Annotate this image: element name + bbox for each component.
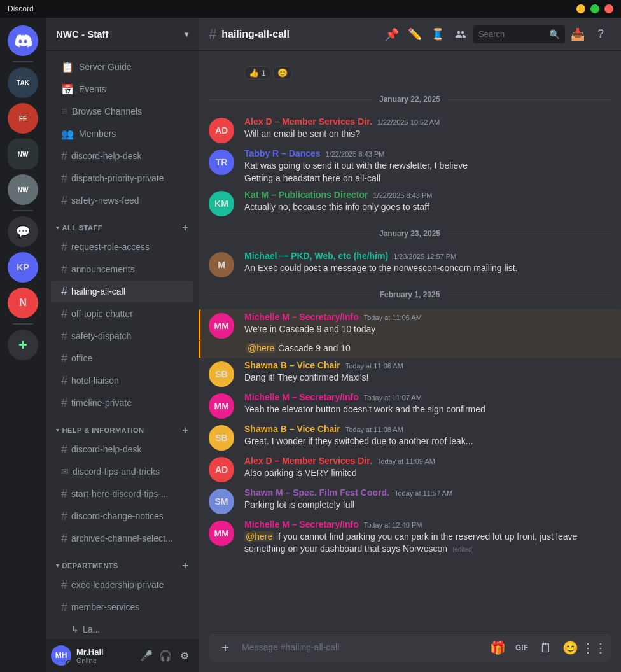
close-button[interactable]: ×: [604, 4, 613, 13]
avatar[interactable]: SM: [209, 489, 234, 514]
minimize-button[interactable]: −: [576, 4, 585, 13]
channel-archived[interactable]: # archived-channel-select...: [51, 528, 193, 549]
add-channel-help-button[interactable]: +: [182, 424, 188, 436]
edit-button[interactable]: ✏️: [405, 24, 425, 45]
user-avatar[interactable]: MH: [51, 645, 71, 666]
channel-discord-tips[interactable]: ✉ discord-tips-and-tricks: [51, 461, 193, 482]
message-author[interactable]: Michael — PKD, Web, etc (he/him): [244, 251, 388, 261]
server-icon-pending[interactable]: 💬: [8, 216, 38, 247]
add-channel-button[interactable]: +: [182, 222, 188, 234]
channel-office[interactable]: # office: [51, 347, 193, 369]
channel-off-topic[interactable]: # off-topic-chatter: [51, 303, 193, 325]
channel-discord-changes[interactable]: # discord-change-notices: [51, 505, 193, 527]
category-departments[interactable]: ▾ DEPARTMENTS +: [51, 550, 193, 574]
gif-button[interactable]: GIF: [510, 636, 533, 659]
message-area[interactable]: 👍 1 😊 January 22, 2025 AD: [199, 51, 621, 634]
envelope-icon: ✉: [61, 466, 69, 477]
channel-server-guide[interactable]: 📋 Server Guide: [51, 56, 193, 78]
message-author[interactable]: Shawn M – Spec. Film Fest Coord.: [244, 487, 389, 498]
channel-safety-news[interactable]: # safety-news-feed: [51, 190, 193, 211]
reaction-bar: 👍 1 😊: [244, 66, 611, 80]
channel-announcements[interactable]: # announcements: [51, 258, 193, 280]
message-author[interactable]: Kat M – Publications Director: [244, 190, 368, 200]
apps-button[interactable]: ⋮⋮: [583, 636, 606, 659]
settings-button[interactable]: ⚙: [176, 647, 193, 664]
category-chevron-icon: ▾: [56, 225, 60, 231]
thumbsup-reaction[interactable]: 👍 1: [244, 66, 270, 80]
channel-discord-help[interactable]: # discord-help-desk: [51, 438, 193, 460]
headset-button[interactable]: 🎧: [157, 647, 174, 664]
emoji-button[interactable]: 😊: [559, 636, 582, 659]
channel-name: La...: [83, 624, 188, 634]
message-header: Tabby R – Dances 1/22/2025 8:43 PM: [244, 148, 611, 158]
avatar[interactable]: M: [209, 252, 234, 277]
channel-exec-leadership[interactable]: # exec-leadership-private: [51, 574, 193, 596]
events-icon: 📅: [61, 83, 74, 95]
channel-members[interactable]: 👥 Members: [51, 123, 193, 144]
message-input[interactable]: [239, 635, 484, 661]
message-group-shawna-2: SB Shawna B – Vice Chair Today at 11:08 …: [199, 421, 621, 453]
avatar[interactable]: MM: [209, 393, 234, 419]
divider-line: [448, 99, 611, 100]
server-icon-kp[interactable]: KP: [8, 252, 38, 283]
channel-timeline-private[interactable]: # timeline-private: [51, 392, 193, 414]
avatar[interactable]: MM: [209, 313, 234, 339]
category-all-staff[interactable]: ▾ ALL STAFF +: [51, 212, 193, 236]
message-author[interactable]: Shawna B – Vice Chair: [244, 424, 340, 434]
reaction-emoji: 😊: [277, 68, 288, 78]
header-actions: 📌 ✏️ 🧵 Search 🔍 📥 ?: [382, 24, 611, 45]
server-header[interactable]: NWC - Staff ▾: [46, 18, 199, 51]
channel-la[interactable]: ↳ La...: [51, 619, 193, 639]
message-author[interactable]: Alex D – Member Services Dir.: [244, 116, 372, 127]
date-divider-jan23: January 23, 2025: [199, 224, 621, 243]
server-icon-nwc-staff[interactable]: NW: [8, 139, 38, 169]
message-author[interactable]: Shawna B – Vice Chair: [244, 360, 340, 370]
channel-request-role[interactable]: # request-role-access: [51, 236, 193, 258]
channel-public-safety-announce[interactable]: # discord-help-desk: [51, 145, 193, 167]
add-member-button[interactable]: [450, 24, 471, 45]
message-author[interactable]: Alex D – Member Services Dir.: [244, 456, 372, 466]
channel-member-services[interactable]: # member-services: [51, 596, 193, 618]
thread-button[interactable]: 🧵: [428, 24, 448, 45]
server-icon-tak[interactable]: TAK: [8, 67, 38, 98]
avatar[interactable]: KM: [209, 191, 234, 216]
channel-events[interactable]: 📅 Events: [51, 78, 193, 100]
avatar[interactable]: MM: [209, 521, 234, 546]
mic-button[interactable]: 🎤: [137, 647, 155, 664]
avatar[interactable]: AD: [209, 457, 234, 482]
server-guide-icon: 📋: [61, 61, 74, 73]
server-icon-n[interactable]: N: [8, 288, 38, 318]
channel-start-here[interactable]: # start-here-discord-tips-...: [51, 483, 193, 505]
pin-button[interactable]: 📌: [382, 24, 402, 45]
server-icon-families[interactable]: FF: [8, 103, 38, 134]
channel-browse[interactable]: ≡ Browse Channels: [51, 101, 193, 122]
add-server-button[interactable]: +: [8, 330, 38, 360]
channel-safety-dispatch[interactable]: # safety-dispatch: [51, 325, 193, 347]
channel-dispatch-priority[interactable]: # dispatch-priority-private: [51, 167, 193, 189]
divider-line: [448, 234, 611, 234]
message-author[interactable]: Michelle M – Secretary/Info: [244, 312, 359, 322]
message-author[interactable]: Tabby R – Dances: [244, 148, 321, 158]
avatar[interactable]: TR: [209, 150, 234, 175]
add-attachment-button[interactable]: +: [214, 636, 237, 659]
server-icon-home[interactable]: [8, 25, 38, 56]
add-channel-dept-button[interactable]: +: [182, 560, 188, 571]
avatar[interactable]: SB: [209, 361, 234, 387]
server-icon-nwc[interactable]: NW: [8, 174, 38, 205]
smile-reaction[interactable]: 😊: [273, 66, 292, 80]
channel-hailing-all-call[interactable]: # hailing-all-call 👤 ⚙: [51, 281, 193, 302]
channel-hotel-liaison[interactable]: # hotel-liaison: [51, 370, 193, 391]
inbox-button[interactable]: 📥: [568, 24, 588, 45]
message-author[interactable]: Michelle M – Secretary/Info: [244, 519, 359, 529]
message-timestamp: Today at 11:07 AM: [364, 394, 422, 402]
gift-button[interactable]: 🎁: [486, 636, 509, 659]
search-bar[interactable]: Search 🔍: [473, 25, 565, 43]
avatar[interactable]: SB: [209, 425, 234, 451]
sticker-button[interactable]: 🗒: [534, 636, 557, 659]
message-author[interactable]: Michelle M – Secretary/Info: [244, 392, 359, 402]
category-help-info[interactable]: ▾ HELP & INFORMATION +: [51, 414, 193, 438]
avatar[interactable]: AD: [209, 118, 234, 143]
help-button[interactable]: ?: [590, 24, 611, 45]
maximize-button[interactable]: □: [590, 4, 599, 13]
divider-line: [209, 295, 372, 295]
